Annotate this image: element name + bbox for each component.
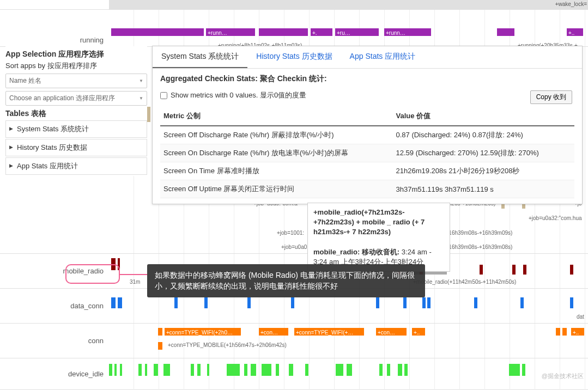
dark-annotation: 如果数据中的移动蜂窝网络 (Mobile Radio) 电量消耗呈现下面的情况，… bbox=[147, 264, 425, 297]
chevron-down-icon: ▼ bbox=[139, 96, 143, 101]
sidebar: App Selection 应用程序选择 Sort apps by 按应用程序排… bbox=[5, 46, 147, 176]
watermark: @掘金技术社区 bbox=[542, 372, 584, 380]
row-device-idle: device_idle bbox=[0, 358, 588, 390]
stats-panel: System Stats 系统统计 History Stats 历史数据 App… bbox=[152, 46, 583, 204]
tab-system-stats[interactable]: System Stats 系统统计 bbox=[153, 46, 247, 68]
show-zero-checkbox[interactable] bbox=[160, 92, 167, 99]
row-label: conn bbox=[0, 324, 109, 358]
aggregated-title: Aggregated Checkin Stats: 聚合 Checkin 统计: bbox=[160, 74, 574, 84]
col-metric: Metric 公制 bbox=[160, 107, 392, 126]
row-conn: conn +conn=TYPE_WIFI(+2h0… +con… +conn=T… bbox=[0, 324, 588, 358]
table-row: Screen On Time 屏幕准时播放21h26m19.208s 21小时2… bbox=[160, 162, 574, 180]
copy-button[interactable]: Copy 收到 bbox=[530, 90, 572, 104]
chevron-down-icon: ▼ bbox=[139, 78, 143, 83]
metrics-table: Metric 公制 Value 价值 Screen Off Discharge … bbox=[160, 107, 574, 198]
name-dropdown[interactable]: Name 姓名 ▼ bbox=[5, 74, 147, 88]
row-running: running +runn… +. +ru… +runn… +.. +runni… bbox=[0, 10, 588, 47]
row-label: running bbox=[0, 10, 109, 46]
top-strip: +wake_lock= bbox=[0, 0, 588, 10]
sidebar-item-app-stats[interactable]: App Stats 应用统计 bbox=[5, 157, 147, 175]
tabs: System Stats 系统统计 History Stats 历史数据 App… bbox=[153, 46, 582, 69]
table-row: Screen Off Discharge Rate (%/hr) 屏蔽排放率(%… bbox=[160, 126, 574, 144]
tab-history-stats[interactable]: History Stats 历史数据 bbox=[247, 46, 341, 68]
tab-app-stats[interactable]: App Stats 应用统计 bbox=[341, 46, 425, 68]
sort-by-label: Sort apps by 按应用程序排序 bbox=[5, 61, 147, 71]
choose-app-dropdown[interactable]: Choose an application 选择应用程序 ▼ bbox=[5, 91, 147, 106]
row-label: data_conn bbox=[0, 289, 109, 323]
row-label: device_idle bbox=[0, 358, 109, 389]
table-row: Screen Off Uptime 屏幕关闭正常运行时间3h37m51.119s… bbox=[160, 180, 574, 198]
table-row: Screen On Discharge Rate (%/hr) 放电速率(%/小… bbox=[160, 144, 574, 162]
wake-lock-text: +wake_lock= bbox=[555, 1, 587, 7]
highlight-line bbox=[120, 274, 147, 275]
tooltip-mobile-radio: +mobile_radio(+7h21m32s-+7h22m23s) + mob… bbox=[307, 203, 450, 272]
sidebar-item-history-stats[interactable]: History Stats 历史数据 bbox=[5, 139, 147, 156]
show-zero-label: Show metrics with 0 values. 显示0值的度量 bbox=[171, 90, 306, 100]
sidebar-item-system-stats[interactable]: System Stats 系统统计 bbox=[5, 120, 147, 138]
highlight-annotation bbox=[65, 264, 120, 284]
app-selection-title: App Selection 应用程序选择 bbox=[5, 50, 147, 59]
tables-title: Tables 表格 bbox=[5, 109, 147, 119]
col-value: Value 价值 bbox=[392, 107, 574, 126]
